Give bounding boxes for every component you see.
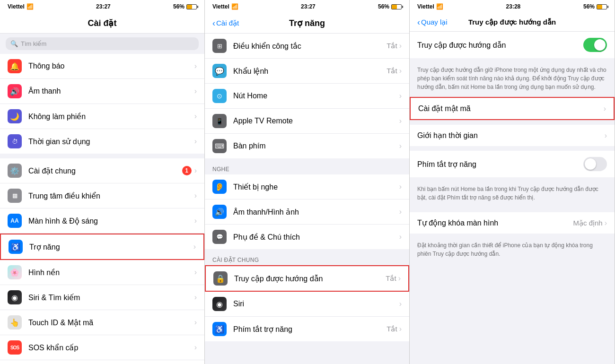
toggle-thumb-main (594, 39, 606, 51)
panel-tro-nang: Viettel 📶 23:27 56% ‹ Cài đặt Trợ năng ⊞… (205, 0, 410, 364)
back-button-2[interactable]: ‹ Cài đặt (212, 18, 239, 28)
item-thong-bao[interactable]: 🔔 Thông báo › (0, 54, 204, 79)
truy-cap-icon: 🔒 (213, 271, 228, 286)
phu-de-icon: 💬 (212, 230, 227, 244)
nut-home-label: Nút Home (233, 92, 399, 100)
group-2: ⚙️ Cài đặt chung 1 › ⊞ Trung tâm điều kh… (0, 158, 204, 364)
phim-tat-section: Phím tắt trợ năng (410, 151, 615, 177)
tu-dong-value: Mặc định (573, 219, 602, 227)
chevron-siri: › (194, 293, 197, 302)
panel-truy-cap: Viettel 📶 23:28 56% ‹ Quay lại Truy cập … (410, 0, 615, 364)
chevron-touchid: › (194, 318, 197, 327)
main-toggle[interactable] (583, 38, 607, 52)
chevron-ttdk: › (194, 191, 197, 200)
nav-header-1: Cài đặt (0, 13, 204, 34)
chevron-thong-bao: › (194, 62, 197, 70)
chevron-pt: › (399, 325, 402, 333)
cai-dat-badge: 1 (182, 166, 192, 175)
chevron-atv: › (399, 117, 402, 125)
panel-settings: Viettel 📶 23:27 56% Cài đặt 🔍 Tìm kiếm 🔔… (0, 0, 205, 364)
battery-text-1: 56% (173, 3, 184, 10)
thiet-bi-nghe-label: Thiết bị nghe (233, 182, 399, 191)
main-toggle-section: Truy cập được hướng dẫn (410, 32, 615, 58)
back-label-2: Cài đặt (216, 19, 239, 27)
chevron-mh: › (194, 217, 197, 225)
item-phim-tat[interactable]: ♿ Phím tắt trợ năng Tắt › (205, 317, 409, 341)
item-trung-tam[interactable]: ⊞ Trung tâm điều khiển › (0, 183, 204, 208)
status-bar-2: Viettel 📶 23:27 56% (205, 0, 409, 13)
nut-home-icon: ⊙ (212, 89, 227, 103)
tu-dong-section: Tự động khóa màn hình Mặc định › (410, 212, 615, 234)
siri-label: Siri & Tìm kiếm (28, 293, 194, 302)
item-nut-home[interactable]: ⊙ Nút Home › (205, 84, 409, 109)
search-input-1[interactable]: 🔍 Tìm kiếm (6, 37, 199, 50)
chevron-tbn: › (399, 182, 402, 191)
item-am-thanh-ha[interactable]: 🔊 Âm thanh/Hình ảnh › (205, 199, 409, 225)
item-cai-dat-chung[interactable]: ⚙️ Cài đặt chung 1 › (0, 158, 204, 183)
group-cai-dat: 🔒 Truy cập được hướng dẫn Tắt › ◉ Siri ›… (205, 265, 409, 341)
mat-ma-section: Cài đặt mật mã › (410, 97, 615, 120)
section-nghe: NGHE (205, 163, 409, 174)
phim-tat-value: Tắt (387, 325, 397, 333)
phim-tat-row[interactable]: Phím tắt trợ năng (410, 151, 615, 177)
thong-bao-icon: 🔔 (8, 59, 22, 73)
carrier-1: Viettel (8, 3, 25, 10)
item-man-hinh[interactable]: AA Màn hình & Độ sáng › (0, 208, 204, 234)
chevron-pd: › (399, 233, 402, 241)
chevron-tdkm: › (605, 219, 607, 227)
item-truy-cap[interactable]: 🔒 Truy cập được hướng dẫn Tắt › (205, 265, 409, 292)
main-toggle-label: Truy cập được hướng dẫn (417, 41, 583, 50)
back-button-3[interactable]: ‹ Quay lại (417, 17, 448, 27)
dieu-khien-label: Điều khiển công tắc (233, 42, 387, 51)
khau-lenh-label: Khẩu lệnh (233, 67, 387, 76)
appletv-icon: 📱 (212, 114, 227, 128)
item-am-thanh[interactable]: 🔊 Âm thanh › (0, 79, 204, 104)
item-khong-lam-phien[interactable]: 🌙 Không làm phiền › (0, 104, 204, 129)
status-left-3: Viettel 📶 (417, 3, 443, 10)
battery-icon-2 (391, 4, 402, 9)
item-pin[interactable]: 🔋 Pin › (0, 360, 204, 364)
item-hinh-nen[interactable]: 🌸 Hình nền › (0, 260, 204, 285)
item-appletv[interactable]: 📱 Apple TV Remote › (205, 109, 409, 134)
ban-phim-icon: ⌨ (212, 139, 227, 153)
ban-phim-label: Bàn phím (233, 142, 399, 150)
chevron-tg: › (194, 137, 197, 146)
item-thoi-gian[interactable]: ⏱ Thời gian sử dụng › (0, 129, 204, 154)
settings-list-2: ⊞ Điều khiển công tắc Tắt › 💬 Khẩu lệnh … (205, 34, 409, 364)
item-siri[interactable]: ◉ Siri & Tìm kiếm › (0, 285, 204, 310)
time-1: 23:27 (96, 3, 111, 10)
status-bar-3: Viettel 📶 23:28 56% (410, 0, 615, 13)
cai-dat-mat-ma-row[interactable]: Cài đặt mật mã › (410, 97, 615, 120)
item-siri2[interactable]: ◉ Siri › (205, 292, 409, 317)
item-dieu-khien[interactable]: ⊞ Điều khiển công tắc Tắt › (205, 34, 409, 59)
chevron-atha: › (399, 208, 402, 216)
truy-cap-label: Truy cập được hướng dẫn (234, 274, 386, 283)
thoi-gian-icon: ⏱ (8, 134, 22, 148)
search-icon-1: 🔍 (10, 40, 18, 47)
chevron-cdc: › (194, 166, 197, 175)
item-sos[interactable]: SOS SOS khẩn cấp › (0, 335, 204, 360)
item-tro-nang[interactable]: ♿ Trợ năng › (0, 234, 204, 260)
item-khau-lenh[interactable]: 💬 Khẩu lệnh Tắt › (205, 59, 409, 84)
chevron-hn: › (194, 268, 197, 277)
khong-lam-phien-icon: 🌙 (8, 109, 22, 123)
gioi-han-label: Giới hạn thời gian (417, 131, 605, 140)
phim-tat-desc: Khi bạn bấm nút Home ba lần trong khi Tr… (410, 182, 615, 208)
am-thanh-ha-label: Âm thanh/Hình ảnh (233, 208, 399, 217)
back-chevron-3: ‹ (417, 17, 420, 27)
tu-dong-row[interactable]: Tự động khóa màn hình Mặc định › (410, 212, 615, 234)
battery-icon-3 (597, 4, 607, 9)
phu-de-label: Phụ đề & Chú thích (233, 233, 399, 242)
item-touchid[interactable]: 👆 Touch ID & Mật mã › (0, 310, 204, 335)
carrier-2: Viettel (212, 3, 229, 10)
main-toggle-row[interactable]: Truy cập được hướng dẫn (410, 32, 615, 58)
phim-tat-toggle[interactable] (583, 157, 607, 171)
carrier-3: Viettel (417, 3, 434, 10)
cai-dat-chung-label: Cài đặt chung (28, 166, 182, 175)
item-ban-phim[interactable]: ⌨ Bàn phím › (205, 134, 409, 158)
thong-bao-label: Thông báo (28, 62, 194, 70)
thoi-gian-label: Thời gian sử dụng (28, 137, 194, 146)
item-phu-de[interactable]: 💬 Phụ đề & Chú thích › (205, 225, 409, 249)
gioi-han-row[interactable]: Giới hạn thời gian › (410, 125, 615, 146)
item-thiet-bi-nghe[interactable]: 👂 Thiết bị nghe › (205, 174, 409, 199)
